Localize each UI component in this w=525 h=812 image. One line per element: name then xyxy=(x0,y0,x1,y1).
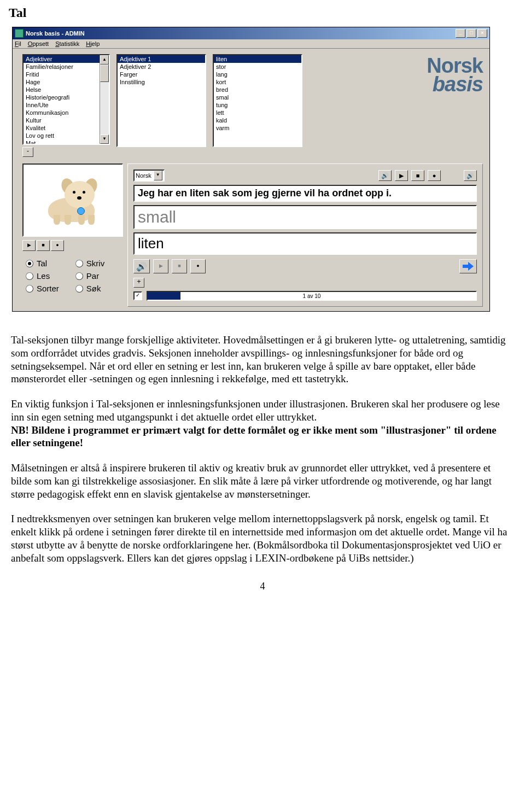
radio-dot[interactable] xyxy=(26,260,33,267)
sentence-play-button[interactable]: ▶ xyxy=(395,170,408,181)
chevron-down-icon[interactable]: ▼ xyxy=(154,171,162,180)
sentence-stop-button[interactable]: ■ xyxy=(411,170,424,181)
plus-button[interactable]: + xyxy=(133,278,144,288)
list-item[interactable]: Historie/geografi xyxy=(24,94,100,101)
radio-dot[interactable] xyxy=(75,285,83,293)
paragraph: Målsetningen er altså å inspirere bruker… xyxy=(11,462,514,500)
list-item[interactable]: Adjektiver 1 xyxy=(118,55,205,63)
sentence-field[interactable]: Jeg har en liten sak som jeg gjerne vil … xyxy=(133,185,477,202)
app-logo: Norsk basis xyxy=(427,56,483,94)
list-item[interactable]: kald xyxy=(214,116,301,124)
page-number: 4 xyxy=(5,581,520,592)
list-item[interactable]: Farger xyxy=(118,71,205,78)
list-item[interactable]: Adjektiver 2 xyxy=(118,63,205,71)
scroll-thumb[interactable] xyxy=(100,65,109,82)
radio-par[interactable]: Par xyxy=(75,271,104,281)
list-item[interactable]: Helse xyxy=(24,86,100,94)
paragraph: En viktig funksjon i Tal-seksjonen er in… xyxy=(11,398,514,449)
list-item[interactable]: Kvalitet xyxy=(24,124,100,132)
speaker-icon[interactable]: 🔊 xyxy=(378,170,392,181)
maximize-button[interactable]: □ xyxy=(466,29,476,38)
radio-dot[interactable] xyxy=(75,260,83,267)
translation-field: small xyxy=(133,205,477,229)
list-item[interactable]: varm xyxy=(214,124,301,132)
word-listbox[interactable]: litenstorlangkortbredsmaltunglettkaldvar… xyxy=(213,54,302,147)
minus-button[interactable]: - xyxy=(22,147,33,157)
language-dropdown[interactable]: Norsk ▼ xyxy=(133,170,165,182)
dropdown-value: Norsk xyxy=(136,172,151,179)
radio-dot[interactable] xyxy=(26,272,33,280)
menu-statistikk[interactable]: Statistikk xyxy=(55,40,79,47)
menubar: Fil Oppsett Statistikk Hjelp xyxy=(13,39,489,49)
titlebar: Norsk basis - ADMIN _ □ × xyxy=(13,27,489,39)
word-play-button[interactable]: ▶ xyxy=(153,259,168,273)
radio-søk[interactable]: Søk xyxy=(75,284,104,293)
speaker-icon-2[interactable]: 🔊 xyxy=(464,170,477,181)
list-item[interactable]: lett xyxy=(214,109,301,116)
paragraph: I nedtrekksmenyen over setningen kan bru… xyxy=(11,512,514,564)
paragraph: Tal-seksjonen tilbyr mange forskjellige … xyxy=(11,334,514,385)
scrollbar[interactable]: ▲ ▼ xyxy=(100,55,109,144)
document-body: Tal-seksjonen tilbyr mange forskjellige … xyxy=(11,334,514,564)
radio-label: Tal xyxy=(37,259,47,268)
list-item[interactable]: Adjektiver xyxy=(24,55,100,63)
minimize-button[interactable]: _ xyxy=(456,29,465,38)
arrow-right-icon xyxy=(463,262,474,271)
menu-hjelp[interactable]: Hjelp xyxy=(86,40,100,47)
illustration-image xyxy=(22,163,123,237)
section-heading: Tal xyxy=(9,5,520,20)
progress-bar[interactable]: 1 av 10 xyxy=(147,291,477,301)
image-record-button[interactable]: ● xyxy=(51,240,64,251)
image-stop-button[interactable]: ■ xyxy=(37,240,50,251)
radio-dot[interactable] xyxy=(26,285,33,293)
category-listbox[interactable]: AdjektiverFamilie/relasjonerFritidHageHe… xyxy=(22,54,110,145)
list-item[interactable]: Lov og rett xyxy=(24,132,100,139)
list-item[interactable]: Inne/Ute xyxy=(24,101,100,109)
radio-label: Les xyxy=(37,271,50,281)
list-item[interactable]: bred xyxy=(214,86,301,94)
radio-label: Skriv xyxy=(86,259,104,268)
window-title: Norsk basis - ADMIN xyxy=(26,30,456,37)
list-item[interactable]: Innstilling xyxy=(118,78,205,86)
list-item[interactable]: Mat xyxy=(24,139,100,145)
menu-fil[interactable]: Fil xyxy=(15,40,21,47)
radio-label: Par xyxy=(86,271,99,281)
mode-radios: TalLesSorter SkrivParSøk xyxy=(22,259,121,293)
radio-skriv[interactable]: Skriv xyxy=(75,259,104,268)
list-item[interactable]: Kommunikasjon xyxy=(24,109,100,116)
list-item[interactable]: Hage xyxy=(24,78,100,86)
list-item[interactable]: smal xyxy=(214,94,301,101)
word-speaker-icon[interactable]: 🔊 xyxy=(133,259,150,273)
menu-oppsett[interactable]: Oppsett xyxy=(28,40,49,47)
list-item[interactable]: liten xyxy=(214,55,301,63)
radio-dot[interactable] xyxy=(75,272,83,280)
sentence-record-button[interactable]: ● xyxy=(428,170,441,181)
word-stop-button[interactable]: ■ xyxy=(172,259,187,273)
list-item[interactable]: Familie/relasjoner xyxy=(24,63,100,71)
dog-illustration xyxy=(40,176,106,225)
radio-sorter[interactable]: Sorter xyxy=(26,284,59,293)
subcategory-listbox[interactable]: Adjektiver 1Adjektiver 2FargerInnstillin… xyxy=(116,54,206,147)
app-window: Norsk basis - ADMIN _ □ × Fil Oppsett St… xyxy=(12,27,490,312)
sentence-panel: Norsk ▼ 🔊 ▶ ■ ● 🔊 Jeg har en liten sak s… xyxy=(127,163,483,307)
scroll-down-button[interactable]: ▼ xyxy=(100,135,109,144)
text: En viktig funksjon i Tal-seksjonen er in… xyxy=(11,398,500,423)
next-button[interactable] xyxy=(459,259,477,273)
radio-les[interactable]: Les xyxy=(26,271,59,281)
progress-label: 1 av 10 xyxy=(303,293,321,299)
list-item[interactable]: Kultur xyxy=(24,116,100,124)
word-record-button[interactable]: ● xyxy=(190,259,206,273)
radio-label: Sorter xyxy=(37,284,59,293)
app-icon xyxy=(15,29,24,38)
radio-tal[interactable]: Tal xyxy=(26,259,59,268)
list-item[interactable]: Fritid xyxy=(24,71,100,78)
close-button[interactable]: × xyxy=(477,29,487,38)
scroll-up-button[interactable]: ▲ xyxy=(100,55,109,65)
image-play-button[interactable]: ▶ xyxy=(22,240,36,251)
list-item[interactable]: stor xyxy=(214,63,301,71)
list-item[interactable]: kort xyxy=(214,78,301,86)
progress-checkbox[interactable]: ✓ xyxy=(133,291,142,300)
list-item[interactable]: lang xyxy=(214,71,301,78)
list-item[interactable]: tung xyxy=(214,101,301,109)
headword-field: liten xyxy=(133,232,477,255)
